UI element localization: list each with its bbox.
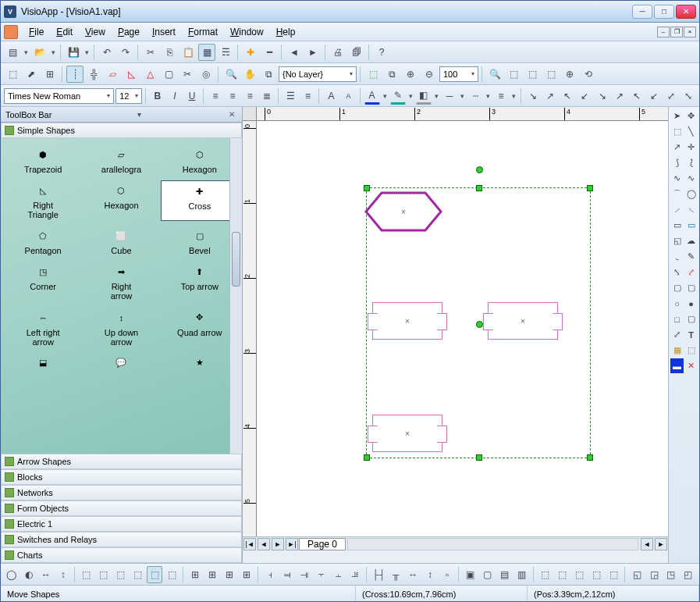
grp2[interactable]: ⬚: [554, 566, 570, 583]
shape-item-12[interactable]: ↔Left right arrow: [4, 308, 82, 348]
shape-item-6[interactable]: ⬠Pentagon: [4, 226, 82, 257]
toolbox-menu[interactable]: ▾: [135, 110, 144, 119]
indent-button[interactable]: ≡: [300, 87, 315, 105]
zoom-fit[interactable]: 🔍: [486, 66, 503, 83]
layer-add[interactable]: ⬚: [364, 66, 382, 83]
page-next[interactable]: ►: [272, 538, 284, 550]
sz3[interactable]: ◳: [663, 566, 679, 583]
zoom-out[interactable]: ⊖: [421, 66, 438, 83]
mdi-minimize-button[interactable]: –: [657, 27, 670, 37]
shape-process-2[interactable]: ×: [488, 302, 558, 340]
bt2[interactable]: ◐: [21, 566, 37, 583]
grp3[interactable]: ⬚: [571, 566, 587, 583]
category-4[interactable]: Electric 1: [1, 516, 242, 532]
snap-tool[interactable]: ┊: [66, 66, 84, 83]
close-button[interactable]: ✕: [676, 5, 696, 19]
rt-dim[interactable]: ⤢: [670, 327, 684, 342]
menu-window[interactable]: Window: [224, 25, 270, 39]
grp1[interactable]: ⬚: [538, 566, 553, 583]
save-dropdown[interactable]: ▾: [84, 48, 91, 56]
next-button[interactable]: ►: [304, 44, 322, 61]
canvas[interactable]: × × × ×: [257, 121, 668, 536]
select-tool[interactable]: ⬚: [4, 66, 21, 83]
zoom-in[interactable]: ⊕: [402, 66, 419, 83]
sz1[interactable]: ◱: [629, 566, 645, 583]
align-m[interactable]: ⫠: [331, 566, 346, 583]
shape-item-14[interactable]: ✥Quad arrow: [161, 308, 239, 348]
hscroll-right[interactable]: ►: [655, 538, 667, 550]
handle-ne[interactable]: [587, 185, 593, 191]
highlight-dropdown[interactable]: ▾: [407, 92, 414, 100]
menu-view[interactable]: View: [79, 25, 112, 39]
fill-dropdown[interactable]: ▾: [433, 92, 440, 100]
toggle1-button[interactable]: ▦: [198, 44, 215, 61]
italic-button[interactable]: I: [167, 87, 183, 105]
minimize-button[interactable]: ─: [632, 5, 652, 19]
bt12[interactable]: ⊞: [204, 566, 220, 583]
bt3[interactable]: ↔: [38, 566, 54, 583]
category-active[interactable]: Simple Shapes: [1, 123, 242, 138]
redo-button[interactable]: ↷: [117, 44, 134, 61]
bt13[interactable]: ⊞: [222, 566, 237, 583]
conn5[interactable]: ↘: [595, 87, 610, 105]
open-dropdown[interactable]: ▾: [50, 48, 57, 56]
same-s[interactable]: ▫: [439, 566, 455, 583]
rt-rrect[interactable]: ▢: [684, 280, 698, 295]
rt-bez2[interactable]: ∿: [684, 171, 698, 186]
menu-file[interactable]: File: [23, 25, 50, 39]
fwd[interactable]: ▤: [497, 566, 513, 583]
rt-close2[interactable]: ✕: [684, 358, 698, 373]
align-justify[interactable]: ≣: [259, 87, 275, 105]
zoom-combo[interactable]: 100▾: [439, 66, 478, 82]
grp5[interactable]: ⬚: [606, 566, 621, 583]
conn10[interactable]: ⤡: [680, 87, 696, 105]
shape-item-7[interactable]: ⬜Cube: [82, 226, 160, 257]
shape-item-17[interactable]: ★: [161, 353, 239, 375]
toolbox-scrollbar[interactable]: [229, 138, 242, 454]
rt-plus[interactable]: ✛: [684, 140, 698, 155]
bold-button[interactable]: B: [150, 87, 165, 105]
zoom-page[interactable]: ⬚: [542, 66, 560, 83]
zoom-reset[interactable]: ⟲: [580, 66, 597, 83]
help-button[interactable]: ?: [373, 44, 390, 61]
menu-edit[interactable]: Edit: [50, 25, 79, 39]
zoom-sel1[interactable]: ⬚: [505, 66, 522, 83]
page-last[interactable]: ►|: [286, 538, 298, 550]
shape-item-5[interactable]: ✚Cross: [161, 180, 239, 221]
shape-item-4[interactable]: ⬡Hexagon: [82, 180, 160, 221]
rotate-handle[interactable]: [476, 166, 483, 173]
rt-fill2[interactable]: ▬: [670, 358, 684, 373]
rt-arrow[interactable]: ↗: [670, 140, 684, 155]
layers-tool[interactable]: ⧉: [260, 66, 277, 83]
conn3[interactable]: ↖: [560, 87, 575, 105]
conn9[interactable]: ⤢: [663, 87, 679, 105]
bt5[interactable]: ⬚: [79, 566, 94, 583]
rt-bez1[interactable]: ∿: [670, 171, 684, 186]
fontcolor-button[interactable]: A: [364, 87, 380, 105]
rt-conn2[interactable]: ⤤: [684, 265, 698, 280]
align-l[interactable]: ⫞: [262, 566, 278, 583]
toolbox-close[interactable]: ✕: [226, 110, 237, 119]
handle-nw[interactable]: [364, 185, 370, 191]
shape-item-3[interactable]: ◺Right Triangle: [4, 180, 82, 221]
sz4[interactable]: ◰: [680, 566, 696, 583]
line-button[interactable]: ─: [442, 87, 457, 105]
pointer-tool[interactable]: ⬈: [23, 66, 40, 83]
dash-button[interactable]: ┄: [467, 87, 483, 105]
shape1-tool[interactable]: ▱: [104, 66, 121, 83]
conn1[interactable]: ↘: [525, 87, 541, 105]
sz2[interactable]: ◲: [646, 566, 662, 583]
bt9[interactable]: ⬚: [147, 566, 162, 583]
canvas-hscroll[interactable]: [347, 538, 638, 550]
conn2[interactable]: ↗: [542, 87, 558, 105]
shape-item-2[interactable]: ⬡Hexagon: [161, 144, 239, 176]
rt-circ[interactable]: ●: [684, 296, 698, 311]
category-2[interactable]: Networks: [1, 485, 242, 500]
new-dropdown[interactable]: ▾: [23, 48, 30, 56]
shape-item-16[interactable]: 💬: [82, 353, 160, 375]
grid-tool[interactable]: ⊞: [41, 66, 59, 83]
page-prev[interactable]: ◄: [258, 538, 270, 550]
conn7[interactable]: ↖: [629, 87, 645, 105]
fontcolor-dropdown[interactable]: ▾: [382, 92, 389, 100]
font-combo[interactable]: Times New Roman▾: [4, 88, 114, 104]
